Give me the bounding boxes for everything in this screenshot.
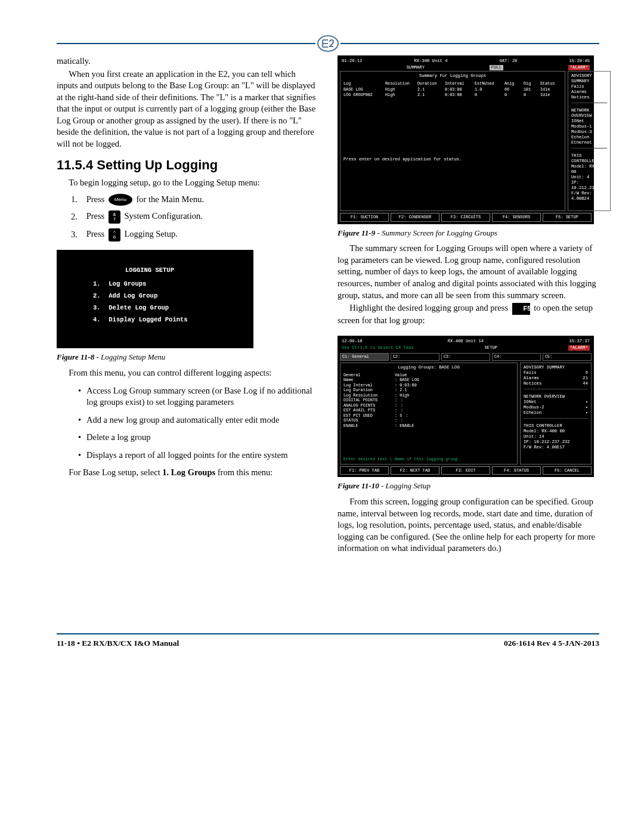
- figure-11-8-caption: Figure 11-8 - Logging Setup Menu: [57, 352, 318, 363]
- advisory-summary: ADVISORY SUMMARY Fails3Alarms1Notices0: [571, 73, 607, 103]
- tab: C4:: [492, 353, 541, 360]
- tab-row: C1: GeneralC2:C3:C4:C5:: [340, 353, 592, 360]
- this-controller: THIS CONTROLLER Model: RX-400 00Unit: 14…: [524, 423, 588, 453]
- kv-row: Log Resolution: High: [343, 393, 514, 398]
- terminal-main: Summary For Logging Groups LogResolution…: [340, 71, 565, 211]
- tab: C1: General: [340, 353, 389, 360]
- bullet-item: Access Log Group summary screen (or Base…: [78, 385, 312, 408]
- bullet-item: Delete a log group: [78, 432, 312, 444]
- figure-11-10-terminal: 12-08-10 RX-400 Unit 14 15:37:37 Use Ctr…: [338, 336, 594, 477]
- network-overview: NETWORK OVERVIEW IONet•Modbus-1•Modbus-3…: [571, 108, 607, 148]
- kv-row: EST PCT USED: 5:: [343, 413, 514, 418]
- terminal-sidebar: ADVISORY SUMMARY Fails3Alarms1Notices0 N…: [568, 71, 611, 211]
- para-begin-setup: To begin logging setup, go to the Loggin…: [57, 177, 318, 189]
- key-6-icon: ^ 6: [109, 228, 120, 241]
- menu-button-icon: Menu: [109, 194, 132, 206]
- fkey-row: F1: PREV TABF2: NEXT TABF3: EDITF4: STAT…: [340, 466, 592, 475]
- bullet-item: Add a new log group and automatically en…: [78, 414, 312, 426]
- kv-row: ANALOG POINTS::: [343, 403, 514, 408]
- kv-row: Log Interval: 0:03:00: [343, 383, 514, 388]
- step-pre: Press: [86, 212, 105, 221]
- terminal-title: LOGGING SETUP: [93, 266, 242, 274]
- bullet-item: Displays a report of all logged points f…: [78, 450, 312, 462]
- step-num: 3.: [71, 229, 84, 241]
- fkey: F3: CIRCUITS: [441, 213, 490, 222]
- para-base-log: For Base Log setup, select 1. Log Groups…: [57, 467, 318, 479]
- footer-right: 026-1614 Rev 4 5-JAN-2013: [504, 638, 599, 649]
- kv-row: EST AVAIL PTS::: [343, 408, 514, 413]
- rule-left: [57, 43, 315, 44]
- step-num: 2.: [71, 211, 84, 223]
- terminal-hint: Enter desired text | Name of this loggin…: [343, 457, 514, 462]
- menu-item: 3. Delete Log Group: [93, 304, 242, 312]
- kv-row: DIGITAL POINTS::: [343, 398, 514, 402]
- page-footer: 11-18 • E2 RX/BX/CX I&O Manual 026-1614 …: [57, 633, 599, 649]
- fkey: F1: SUCTION: [340, 213, 389, 222]
- fkey: F5: SETUP: [543, 213, 592, 222]
- menu-item: 4. Display Logged Points: [93, 315, 242, 324]
- step-3: 3. Press ^ 6 Logging Setup.: [71, 228, 318, 241]
- para-intro-baselog: When you first create an application in …: [57, 69, 318, 150]
- para-highlight: Highlight the desired logging group and …: [338, 302, 599, 326]
- kv-row: GeneralValue: [343, 373, 514, 377]
- step-post: Logging Setup.: [125, 230, 178, 239]
- right-column: 01-26-11 RX-300 Unit 4 OAT: 20 15:20:45 …: [338, 55, 599, 556]
- kv-row: Name: BASE LOG: [343, 377, 514, 382]
- terminal-main: Logging Groups: BASE LOG GeneralValueNam…: [340, 363, 518, 465]
- two-column-layout: matically. When you first create an appl…: [57, 55, 599, 556]
- fkey: F2: CONDENSER: [391, 213, 439, 222]
- step-1: 1. Press Menu for the Main Menu.: [71, 194, 318, 206]
- step-pre: Press: [86, 194, 105, 204]
- menu-item: 1. Log Groups: [93, 280, 242, 288]
- para-after-fig8: From this menu, you can control differen…: [57, 367, 318, 379]
- key-7-icon: & 7: [109, 210, 120, 224]
- advisory-summary: ADVISORY SUMMARY Fails6Alarms21Notices44: [524, 365, 588, 389]
- step-post: System Configuration.: [125, 212, 203, 221]
- rule-right: [340, 43, 599, 44]
- step-post: for the Main Menu.: [137, 194, 205, 204]
- network-overview: NETWORK OVERVIEW IONet•Modbus-2•Echelon•: [524, 394, 588, 419]
- para-after-fig10: From this screen, logging group configur…: [338, 496, 599, 555]
- steps-list: 1. Press Menu for the Main Menu. 2. Pres…: [71, 194, 318, 242]
- step-num: 1.: [71, 194, 84, 206]
- figure-11-9-caption: Figure 11-9 - Summary Screen for Logging…: [338, 228, 599, 239]
- alarm-badge: *ALARM*: [568, 345, 590, 351]
- kv-row: ENABLE: ENABLE: [343, 423, 514, 428]
- figure-11-8-terminal: LOGGING SETUP 1. Log Groups2. Add Log Gr…: [57, 250, 253, 348]
- tab: C2:: [391, 353, 439, 360]
- menu-item: 2. Add Log Group: [93, 292, 242, 300]
- table-row: LOG GROUP002High2.10:03:00000Idle: [343, 92, 562, 97]
- f5-key-icon: F5: [512, 303, 530, 315]
- fkey: F2: NEXT TAB: [391, 466, 439, 475]
- header-rule: [57, 39, 599, 48]
- footer-left: 11-18 • E2 RX/BX/CX I&O Manual: [57, 638, 179, 649]
- figure-11-10-caption: Figure 11-10 - Logging Setup: [338, 481, 599, 491]
- section-heading: 11.5.4 Setting Up Logging: [57, 156, 318, 174]
- fkey: F3: EDIT: [441, 466, 490, 475]
- e2-logo: [315, 33, 340, 54]
- this-controller: THIS CONTROLLER Model: RX-300 00Unit: 4I…: [571, 153, 607, 204]
- fkey: F4: SENSORS: [492, 213, 541, 222]
- para-matically: matically.: [57, 55, 318, 67]
- fkey-row: F1: SUCTIONF2: CONDENSERF3: CIRCUITSF4: …: [340, 213, 592, 222]
- bullet-list: Access Log Group summary screen (or Base…: [57, 385, 318, 462]
- fkey: F4: STATUS: [492, 466, 541, 475]
- left-column: matically. When you first create an appl…: [57, 55, 318, 556]
- alarm-badge: *ALARM*: [568, 65, 590, 70]
- step-2: 2. Press & 7 System Configuration.: [71, 210, 318, 224]
- tab: C5:: [543, 353, 592, 360]
- figure-11-9-terminal: 01-26-11 RX-300 Unit 4 OAT: 20 15:20:45 …: [338, 55, 594, 224]
- terminal-sidebar: ADVISORY SUMMARY Fails6Alarms21Notices44…: [520, 363, 592, 465]
- table-row: BASE LOGHigh2.10:03:001.066101Idle: [343, 87, 562, 92]
- fkey: F5: CANCEL: [543, 466, 592, 475]
- para-after-fig9: The summary screen for Logging Groups wi…: [338, 243, 599, 301]
- fkey: F1: PREV TAB: [340, 466, 389, 475]
- terminal-hint: Press enter on desired application for s…: [343, 157, 562, 162]
- kv-row: Log Duration: 2.1: [343, 388, 514, 392]
- kv-row: STATUS::: [343, 418, 514, 423]
- step-pre: Press: [86, 230, 105, 239]
- terminal-top-bar: 01-26-11 RX-300 Unit 4 OAT: 20 15:20:45: [340, 58, 592, 64]
- tab: C3:: [441, 353, 490, 360]
